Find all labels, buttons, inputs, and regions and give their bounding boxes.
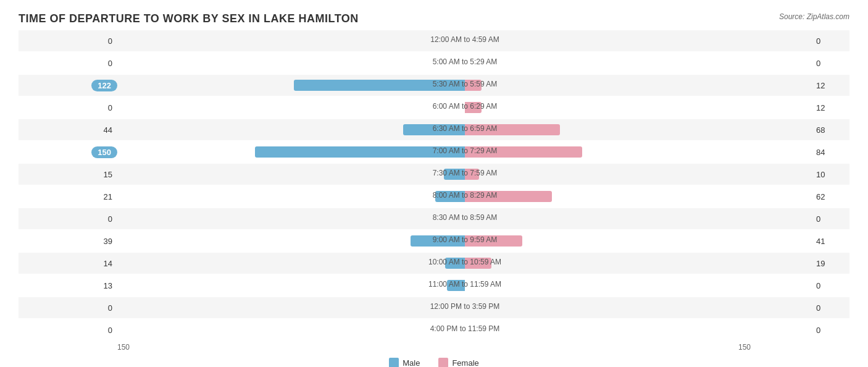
right-value-container: 0 <box>812 59 849 68</box>
bars-center: 6:00 AM to 6:29 AM <box>117 97 812 118</box>
time-label: 12:00 PM to 3:59 PM <box>430 302 500 311</box>
time-label: 9:00 AM to 9:59 AM <box>433 235 498 244</box>
time-label: 12:00 AM to 4:59 AM <box>430 35 499 44</box>
male-value: 14 <box>19 259 117 268</box>
female-value: 0 <box>816 59 820 68</box>
time-label: 5:30 AM to 5:59 AM <box>433 80 498 88</box>
left-value-container: 14 <box>19 259 117 268</box>
male-value: 0 <box>19 59 117 68</box>
left-value-container: 44 <box>19 125 117 135</box>
source-text: Source: ZipAtlas.com <box>779 12 849 21</box>
time-label: 7:30 AM to 7:59 AM <box>433 169 498 177</box>
bars-center: 8:00 AM to 8:29 AM <box>117 186 812 207</box>
axis-left: 150 <box>117 343 130 352</box>
table-row: 06:00 AM to 6:29 AM12 <box>19 97 849 118</box>
legend-male: Male <box>389 358 420 367</box>
time-label: 8:30 AM to 8:59 AM <box>433 213 498 222</box>
male-value: 21 <box>19 192 117 201</box>
bars-center: 5:00 AM to 5:29 AM <box>117 53 812 74</box>
bars-center: 8:30 AM to 8:59 AM <box>117 208 812 229</box>
table-row: 012:00 AM to 4:59 AM0 <box>19 30 849 51</box>
legend-female: Female <box>438 358 478 367</box>
female-value: 84 <box>816 148 825 157</box>
table-row: 05:00 AM to 5:29 AM0 <box>19 53 849 74</box>
right-value-container: 84 <box>812 148 849 157</box>
male-value: 39 <box>19 237 117 246</box>
right-value-container: 0 <box>812 326 849 335</box>
time-label: 11:00 AM to 11:59 AM <box>428 280 501 289</box>
male-value: 150 <box>91 146 117 158</box>
female-value: 41 <box>816 237 825 246</box>
bars-center: 12:00 AM to 4:59 AM <box>117 30 812 51</box>
left-value-container: 0 <box>19 326 117 335</box>
left-value-container: 150 <box>19 146 117 158</box>
table-row: 399:00 AM to 9:59 AM41 <box>19 230 849 251</box>
right-value-container: 0 <box>812 214 849 224</box>
bars-center: 11:00 AM to 11:59 AM <box>117 275 812 296</box>
right-value-container: 10 <box>812 170 849 179</box>
female-value: 62 <box>816 192 825 201</box>
right-value-container: 0 <box>812 303 849 313</box>
chart-area: 012:00 AM to 4:59 AM005:00 AM to 5:29 AM… <box>19 30 849 340</box>
table-row: 012:00 PM to 3:59 PM0 <box>19 297 849 318</box>
table-row: 04:00 PM to 11:59 PM0 <box>19 319 849 340</box>
right-value-container: 19 <box>812 259 849 268</box>
table-row: 218:00 AM to 8:29 AM62 <box>19 186 849 207</box>
bars-center: 5:30 AM to 5:59 AM <box>117 75 812 96</box>
right-value-container: 68 <box>812 125 849 135</box>
male-value: 0 <box>19 103 117 112</box>
axis-right: 150 <box>738 343 751 352</box>
legend-male-box <box>389 358 399 367</box>
male-value: 0 <box>19 303 117 313</box>
table-row: 1410:00 AM to 10:59 AM19 <box>19 253 849 274</box>
table-row: 08:30 AM to 8:59 AM0 <box>19 208 849 229</box>
female-value: 0 <box>816 281 820 290</box>
female-value: 0 <box>816 36 820 46</box>
right-value-container: 41 <box>812 237 849 246</box>
bars-center: 10:00 AM to 10:59 AM <box>117 253 812 274</box>
female-value: 0 <box>816 326 820 335</box>
male-value: 0 <box>19 36 117 46</box>
left-value-container: 39 <box>19 237 117 246</box>
table-row: 446:30 AM to 6:59 AM68 <box>19 119 849 140</box>
left-value-container: 0 <box>19 303 117 313</box>
time-label: 5:00 AM to 5:29 AM <box>433 57 498 66</box>
male-value: 15 <box>19 170 117 179</box>
female-value: 12 <box>816 103 825 112</box>
female-value: 12 <box>816 81 825 90</box>
bars-center: 4:00 PM to 11:59 PM <box>117 319 812 340</box>
table-row: 1311:00 AM to 11:59 AM0 <box>19 275 849 296</box>
left-value-container: 0 <box>19 214 117 224</box>
male-value: 13 <box>19 281 117 290</box>
male-value: 0 <box>19 326 117 335</box>
time-label: 6:30 AM to 6:59 AM <box>433 124 498 133</box>
bars-center: 12:00 PM to 3:59 PM <box>117 297 812 318</box>
female-value: 68 <box>816 125 825 135</box>
time-label: 10:00 AM to 10:59 AM <box>428 258 501 266</box>
time-label: 7:00 AM to 7:29 AM <box>433 146 498 155</box>
male-value: 122 <box>91 80 117 91</box>
left-value-container: 0 <box>19 59 117 68</box>
axis-labels: 150 150 <box>19 343 849 352</box>
male-value: 0 <box>19 214 117 224</box>
left-value-container: 0 <box>19 36 117 46</box>
bars-center: 6:30 AM to 6:59 AM <box>117 119 812 140</box>
left-value-container: 15 <box>19 170 117 179</box>
legend: Male Female <box>19 358 849 367</box>
bars-center: 9:00 AM to 9:59 AM <box>117 230 812 251</box>
legend-female-label: Female <box>452 358 478 368</box>
left-value-container: 122 <box>19 80 117 91</box>
bars-center: 7:30 AM to 7:59 AM <box>117 164 812 185</box>
right-value-container: 0 <box>812 281 849 290</box>
left-value-container: 0 <box>19 103 117 112</box>
table-row: 157:30 AM to 7:59 AM10 <box>19 164 849 185</box>
right-value-container: 12 <box>812 103 849 112</box>
time-label: 4:00 PM to 11:59 PM <box>430 324 500 333</box>
table-row: 1225:30 AM to 5:59 AM12 <box>19 75 849 96</box>
legend-male-label: Male <box>403 358 420 368</box>
left-value-container: 13 <box>19 281 117 290</box>
female-value: 0 <box>816 214 820 224</box>
right-value-container: 0 <box>812 36 849 46</box>
time-label: 8:00 AM to 8:29 AM <box>433 191 498 200</box>
right-value-container: 62 <box>812 192 849 201</box>
